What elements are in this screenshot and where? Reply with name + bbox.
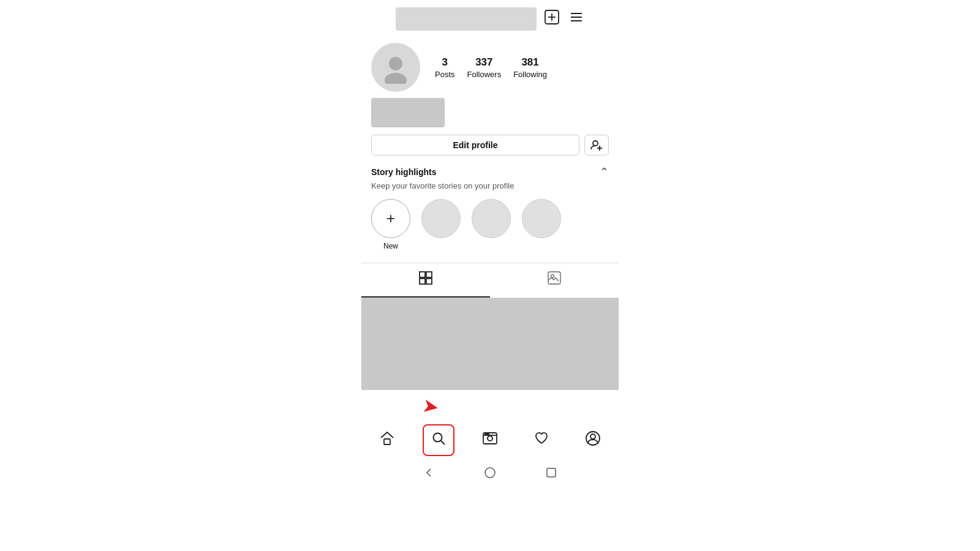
grid-icon [418, 271, 433, 289]
edit-profile-row: Edit profile [371, 135, 609, 156]
highlights-circles: + New [371, 199, 609, 250]
highlight-3[interactable] [522, 199, 561, 238]
profile-row: 3 Posts 337 Followers 381 Following [371, 43, 609, 92]
svg-rect-14 [426, 279, 432, 284]
svg-point-6 [389, 57, 402, 70]
android-nav [361, 460, 619, 485]
username-bar [396, 7, 537, 31]
svg-point-26 [590, 434, 595, 439]
nav-reels[interactable] [474, 424, 506, 456]
new-circle-label: New [383, 242, 398, 250]
profile-icon [585, 430, 601, 450]
highlight-circle-1[interactable] [421, 199, 461, 250]
svg-rect-11 [420, 272, 425, 277]
svg-point-18 [434, 433, 442, 442]
following-label: Following [513, 70, 547, 79]
arrow-container: ➤ [361, 395, 619, 418]
svg-point-27 [485, 468, 495, 478]
add-friend-button[interactable] [584, 135, 609, 156]
nav-search[interactable] [423, 424, 454, 456]
new-highlight-circle[interactable]: + New [371, 199, 410, 250]
red-arrow-icon: ➤ [421, 394, 441, 419]
highlights-header: Story highlights ⌃ [371, 165, 609, 179]
following-stat[interactable]: 381 Following [513, 56, 547, 79]
heart-icon [533, 430, 549, 450]
menu-button[interactable] [568, 9, 584, 29]
nav-profile[interactable] [577, 424, 609, 456]
tagged-icon [547, 271, 562, 289]
name-placeholder [371, 98, 445, 127]
following-count: 381 [521, 56, 538, 69]
svg-point-21 [488, 436, 492, 441]
add-post-button[interactable] [544, 9, 560, 29]
bottom-nav [361, 419, 619, 460]
android-home[interactable] [483, 466, 497, 479]
reels-icon [482, 430, 498, 450]
highlights-title: Story highlights [371, 167, 437, 177]
highlight-circle-2[interactable] [472, 199, 511, 250]
plus-icon: + [386, 211, 395, 226]
highlight-circle-3[interactable] [522, 199, 561, 250]
profile-section: 3 Posts 337 Followers 381 Following Edit… [361, 38, 619, 156]
home-icon [379, 430, 395, 450]
new-circle[interactable]: + [371, 199, 410, 238]
nav-like[interactable] [526, 424, 557, 456]
collapse-icon[interactable]: ⌃ [600, 165, 609, 179]
svg-rect-12 [426, 272, 432, 277]
story-highlights: Story highlights ⌃ Keep your favorite st… [361, 165, 619, 250]
avatar [371, 43, 420, 92]
top-bar [361, 0, 619, 38]
tab-bar [361, 263, 619, 298]
svg-point-7 [385, 73, 407, 84]
android-back[interactable] [422, 466, 435, 479]
stats: 3 Posts 337 Followers 381 Following [435, 56, 547, 79]
svg-point-24 [488, 433, 489, 435]
highlights-subtitle: Keep your favorite stories on your profi… [371, 181, 609, 190]
edit-profile-button[interactable]: Edit profile [371, 135, 579, 156]
posts-count: 3 [442, 56, 448, 69]
android-recent[interactable] [545, 466, 558, 479]
svg-point-8 [593, 141, 598, 146]
tab-grid[interactable] [361, 263, 490, 298]
svg-point-23 [485, 433, 486, 435]
svg-line-19 [441, 441, 445, 444]
highlight-1[interactable] [421, 199, 461, 238]
posts-label: Posts [435, 70, 455, 79]
followers-count: 337 [475, 56, 492, 69]
highlight-2[interactable] [472, 199, 511, 238]
content-area [361, 298, 619, 390]
followers-label: Followers [467, 70, 502, 79]
svg-rect-28 [547, 468, 556, 477]
followers-stat[interactable]: 337 Followers [467, 56, 502, 79]
posts-stat[interactable]: 3 Posts [435, 56, 455, 79]
search-icon [431, 430, 447, 450]
svg-rect-17 [384, 439, 390, 444]
nav-home[interactable] [371, 424, 403, 456]
svg-rect-13 [420, 279, 425, 284]
top-bar-icons [544, 9, 584, 29]
tab-tagged[interactable] [490, 263, 619, 298]
